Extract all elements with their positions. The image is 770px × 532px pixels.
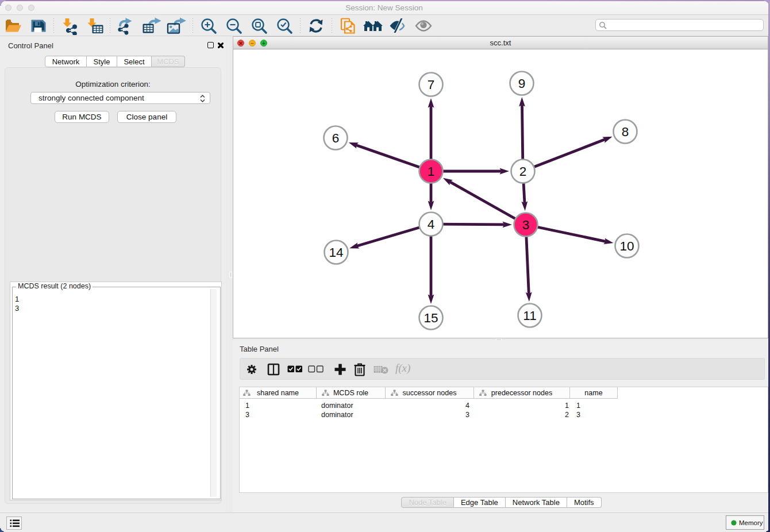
svg-text:7: 7 bbox=[428, 78, 435, 92]
svg-text:3: 3 bbox=[522, 218, 530, 232]
svg-text:14: 14 bbox=[329, 245, 343, 260]
svg-text:6: 6 bbox=[332, 131, 340, 145]
svg-text:4: 4 bbox=[428, 217, 435, 232]
svg-text:2: 2 bbox=[519, 164, 527, 179]
svg-text:15: 15 bbox=[424, 311, 438, 325]
svg-text:9: 9 bbox=[518, 76, 526, 91]
svg-text:11: 11 bbox=[523, 309, 536, 323]
svg-text:10: 10 bbox=[619, 239, 634, 253]
svg-text:1: 1 bbox=[428, 164, 435, 179]
svg-text:8: 8 bbox=[622, 125, 629, 139]
